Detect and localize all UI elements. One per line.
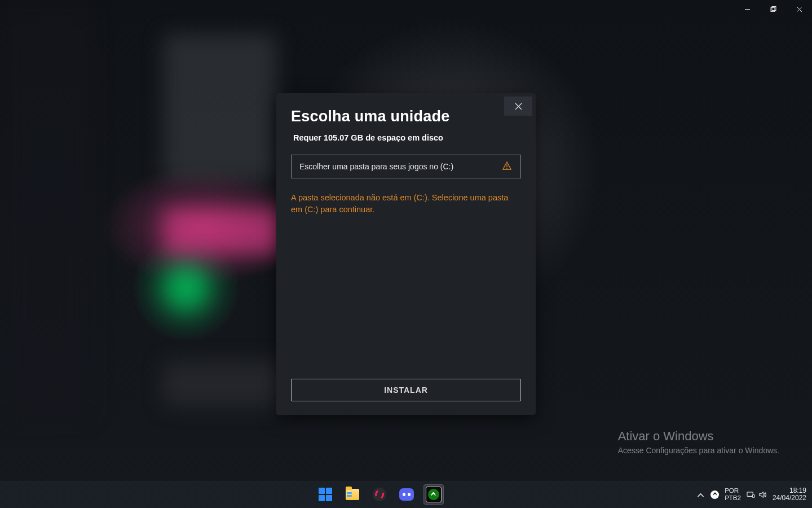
network-icon <box>747 491 755 499</box>
windows-activation-watermark: Ativar o Windows Acesse Configurações pa… <box>618 429 779 455</box>
opera-icon <box>373 488 386 501</box>
maximize-icon <box>770 6 776 12</box>
window-controls <box>734 0 812 18</box>
close-icon <box>796 6 802 12</box>
taskbar-center <box>62 484 696 505</box>
close-button[interactable] <box>786 0 812 18</box>
discord-icon <box>399 488 414 501</box>
language-top: POR <box>725 487 741 494</box>
taskbar-discord[interactable] <box>396 484 417 505</box>
start-button[interactable] <box>315 484 336 505</box>
clock-date: 24/04/2022 <box>773 494 806 502</box>
network-volume-group[interactable] <box>747 491 767 499</box>
language-bottom: PTB2 <box>725 494 741 502</box>
dialog-close-button[interactable] <box>504 97 532 116</box>
folder-select-label: Escolher uma pasta para seus jogos no (C… <box>299 162 453 171</box>
install-button-label: INSTALAR <box>384 386 428 395</box>
close-icon <box>515 103 522 110</box>
clock[interactable]: 18:19 24/04/2022 <box>773 487 806 502</box>
file-explorer-icon <box>346 489 359 500</box>
svg-rect-11 <box>752 494 754 497</box>
maximize-button[interactable] <box>760 0 786 18</box>
minimize-icon <box>744 6 751 12</box>
svg-point-9 <box>506 168 508 169</box>
svg-rect-2 <box>772 6 776 10</box>
chevron-up-icon <box>696 491 705 500</box>
system-tray: POR PTB2 18:19 24/04/2022 <box>696 487 812 502</box>
tray-xbox-icon[interactable] <box>710 491 719 499</box>
error-message: A pasta selecionada não está em (C:). Se… <box>291 192 521 216</box>
svg-rect-10 <box>747 492 753 496</box>
taskbar-opera[interactable] <box>369 484 390 505</box>
watermark-subtitle: Acesse Configurações para ativar o Windo… <box>618 446 779 455</box>
volume-icon <box>758 491 767 499</box>
install-button[interactable]: INSTALAR <box>291 379 521 401</box>
desktop: Escolha uma unidade Requer 105.07 GB de … <box>0 0 812 508</box>
svg-marker-12 <box>760 492 764 497</box>
language-indicator[interactable]: POR PTB2 <box>725 487 741 501</box>
windows-start-icon <box>319 488 332 501</box>
taskbar-xbox[interactable] <box>423 484 444 505</box>
svg-rect-1 <box>771 7 775 11</box>
choose-drive-dialog: Escolha uma unidade Requer 105.07 GB de … <box>276 93 536 415</box>
xbox-icon <box>426 487 442 502</box>
watermark-title: Ativar o Windows <box>618 429 779 444</box>
taskbar: POR PTB2 18:19 24/04/2022 <box>0 481 812 508</box>
warning-icon <box>502 161 511 172</box>
dialog-title: Escolha uma unidade <box>291 108 521 125</box>
tray-expand-button[interactable] <box>696 489 705 500</box>
taskbar-file-explorer[interactable] <box>342 484 363 505</box>
dialog-subtitle: Requer 105.07 GB de espaço em disco <box>293 133 521 142</box>
minimize-button[interactable] <box>734 0 760 18</box>
folder-select-button[interactable]: Escolher uma pasta para seus jogos no (C… <box>291 155 521 178</box>
